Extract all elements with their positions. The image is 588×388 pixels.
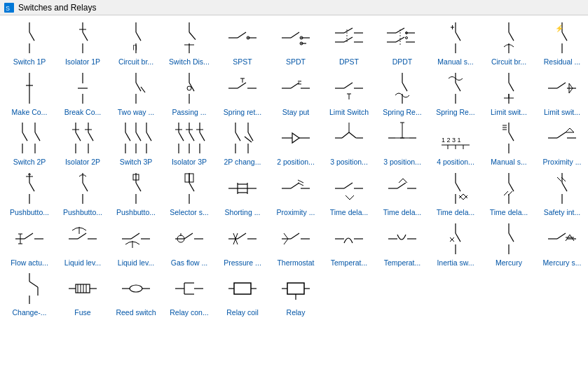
symbol-cell[interactable]: Isolator 1P: [56, 18, 109, 69]
symbol-cell[interactable]: Pushbutto...: [109, 169, 163, 219]
symbol-cell[interactable]: Switch 3P: [109, 118, 163, 169]
symbol-cell[interactable]: Spring Re...: [429, 69, 482, 119]
svg-line-29: [344, 28, 353, 33]
label-relay: Relay: [271, 308, 321, 318]
svg-line-131: [200, 132, 205, 141]
symbol-cell[interactable]: Mercury s...: [535, 219, 588, 270]
symbol-cell[interactable]: Isolator 2P: [56, 118, 109, 169]
symbol-cell[interactable]: Break Co...: [56, 69, 109, 119]
symbol-cell[interactable]: Isolator 3P: [163, 118, 216, 169]
symbol-cell[interactable]: SPST: [216, 18, 269, 69]
symbol-cell[interactable]: Circuit br...: [482, 18, 535, 69]
symbol-cell[interactable]: 2 position...: [269, 118, 322, 169]
symbol-cell[interactable]: Time dela...: [322, 169, 376, 219]
label-spring-re-2: Spring Re...: [430, 108, 481, 118]
symbol-cell[interactable]: SPDT: [269, 18, 322, 69]
symbol-cell[interactable]: Time dela...: [376, 169, 429, 219]
svg-line-195: [291, 183, 299, 188]
symbol-cell[interactable]: Switch 2P: [3, 118, 56, 169]
label-relay-con: Relay con...: [164, 308, 214, 318]
symbol-cell[interactable]: Manual s...: [482, 118, 535, 169]
svg-line-250: [456, 233, 460, 242]
label-temperat-2: Temperat...: [377, 258, 428, 268]
symbol-cell[interactable]: Passing ...: [163, 69, 216, 119]
symbol-cell[interactable]: Make Co...: [3, 69, 56, 119]
label-dpdt: DPDT: [377, 57, 428, 67]
symbol-cell[interactable]: 3 position...: [376, 118, 429, 169]
symbol-cell[interactable]: Temperat...: [322, 219, 376, 270]
symbol-cell[interactable]: Selector s...: [163, 169, 216, 219]
svg-line-32: [344, 37, 353, 42]
symbol-cell[interactable]: Liquid lev...: [56, 219, 109, 270]
symbol-cell[interactable]: Pushbutto...: [3, 169, 56, 219]
symbol-cell[interactable]: Limit swit...: [535, 69, 588, 119]
symbol-cell[interactable]: Mercury: [482, 219, 535, 270]
svg-text:∏: ∏: [132, 44, 137, 50]
symbol-cell[interactable]: Switch Dis...: [163, 18, 216, 69]
symbol-cell[interactable]: 2P chang...: [216, 118, 269, 169]
symbol-cell[interactable]: Spring Re...: [376, 69, 429, 119]
symbol-cell[interactable]: DPDT: [376, 18, 429, 69]
svg-point-67: [187, 86, 191, 90]
svg-line-179: [136, 183, 141, 191]
symbol-cell[interactable]: Relay coil: [216, 269, 269, 319]
svg-line-106: [76, 132, 81, 141]
label-switch-1p: Switch 1P: [4, 57, 55, 67]
symbol-cell[interactable]: Pushbutto...: [56, 169, 109, 219]
symbol-cell[interactable]: Temperat...: [376, 219, 429, 270]
symbol-cell[interactable]: Safety int...: [535, 169, 588, 219]
svg-line-219: [25, 233, 33, 239]
label-proximity-1: Proximity ...: [537, 158, 587, 167]
symbol-cell[interactable]: Fuse: [56, 269, 109, 319]
label-relay-coil: Relay coil: [217, 308, 268, 318]
symbol-cell[interactable]: Two way ...: [109, 69, 163, 119]
symbol-cell[interactable]: Proximity ...: [269, 169, 322, 219]
symbol-cell[interactable]: ∏ Circuit br...: [109, 18, 163, 69]
symbol-cell[interactable]: Limit Switch: [322, 69, 376, 119]
svg-line-243: [291, 233, 299, 239]
svg-line-171: [29, 183, 34, 191]
symbol-cell[interactable]: Manual s...: [429, 18, 482, 69]
symbol-cell[interactable]: Thermostat: [269, 219, 322, 270]
symbol-cell[interactable]: Proximity ...: [535, 118, 588, 169]
symbol-cell[interactable]: Relay con...: [163, 269, 216, 319]
symbol-cell[interactable]: Spring ret...: [216, 69, 269, 119]
symbol-cell[interactable]: Limit swit...: [482, 69, 535, 119]
symbol-cell[interactable]: Stay put: [269, 69, 322, 119]
label-gas-flow: Gas flow ...: [164, 258, 214, 268]
label-4-position: 4 position...: [430, 158, 481, 167]
symbol-cell[interactable]: Flow actu...: [3, 219, 56, 270]
label-stay-put: Stay put: [271, 108, 321, 118]
symbol-cell[interactable]: DPST: [322, 18, 376, 69]
symbol-cell[interactable]: Time dela...: [482, 169, 535, 219]
label-isolator-2p: Isolator 2P: [57, 158, 108, 167]
label-selector-s: Selector s...: [164, 208, 214, 218]
title-text: Switches and Relays: [18, 3, 96, 13]
label-time-dela-1: Time dela...: [324, 208, 374, 218]
svg-line-80: [344, 83, 353, 88]
symbol-cell[interactable]: Time dela...: [429, 169, 482, 219]
symbol-cell[interactable]: 1 2 3 1 4 position...: [429, 118, 482, 169]
symbol-cell[interactable]: Relay: [269, 269, 322, 319]
svg-line-96: [557, 83, 566, 88]
symbol-cell[interactable]: Shorting ...: [216, 169, 269, 219]
symbol-cell[interactable]: Change-...: [3, 269, 56, 319]
symbol-cell[interactable]: Gas flow ...: [163, 219, 216, 270]
label-pushbutto-1: Pushbutto...: [4, 208, 55, 218]
symbol-cell[interactable]: Reed switch: [109, 269, 163, 319]
label-passing: Passing ...: [164, 108, 214, 118]
label-thermostat: Thermostat: [271, 258, 321, 268]
symbol-cell[interactable]: Switch 1P: [3, 18, 56, 69]
svg-line-203: [397, 183, 406, 188]
symbol-cell[interactable]: Pressure ...: [216, 219, 269, 270]
svg-line-23: [291, 32, 299, 38]
svg-line-161: [509, 132, 514, 141]
svg-line-262: [29, 282, 38, 287]
title-bar: S Switches and Relays: [0, 0, 588, 15]
svg-line-209: [509, 183, 514, 191]
symbol-cell[interactable]: 3 position...: [322, 118, 376, 169]
symbol-cell[interactable]: ⚡ Residual ...: [535, 18, 588, 69]
symbol-cell[interactable]: Inertia sw...: [429, 219, 482, 270]
symbol-cell[interactable]: Liquid lev...: [109, 219, 163, 270]
label-inertia-sw: Inertia sw...: [430, 258, 481, 268]
